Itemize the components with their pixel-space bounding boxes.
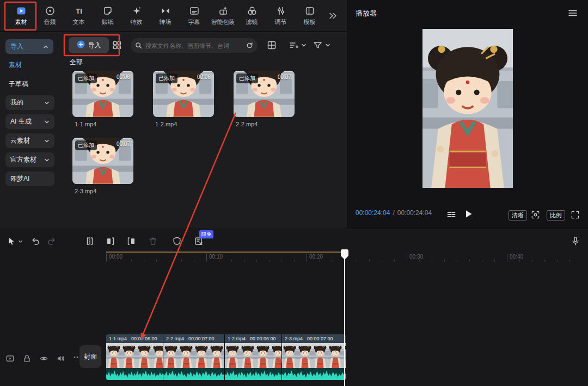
tab-template[interactable]: 模板 xyxy=(295,5,324,26)
mask-shield-icon[interactable] xyxy=(172,236,182,246)
tab-smart-pack[interactable]: 智能包装 xyxy=(209,5,237,26)
focus-frame-icon[interactable] xyxy=(531,210,540,219)
timeline-clip[interactable]: 1-2.mp4 00:00:06:00 xyxy=(225,334,282,380)
template-layout-icon xyxy=(304,5,315,16)
clip-filmstrip xyxy=(225,343,281,368)
ratio-button[interactable]: 比例 xyxy=(547,210,565,220)
media-card[interactable]: 已添加 00:06 1-2.mp4 xyxy=(153,71,214,127)
tab-adjust[interactable]: 调节 xyxy=(266,5,295,26)
timeline-clip[interactable]: 1-1.mp4 00:00:06:00 xyxy=(106,334,163,380)
clip-header: 1-2.mp4 00:00:06:00 xyxy=(225,334,281,343)
grid-view-icon[interactable] xyxy=(267,40,277,50)
sort-icon[interactable] xyxy=(289,40,306,50)
clip-waveform xyxy=(163,368,224,380)
limited-free-badge: 限免 xyxy=(199,230,213,238)
clip-filename: 2-2.mp4 xyxy=(234,121,295,127)
ruler-label: 00:30 xyxy=(407,254,423,260)
added-badge: 已添加 xyxy=(156,73,177,83)
clip-filename: 1-1.mp4 xyxy=(72,121,133,127)
eye-icon[interactable] xyxy=(39,354,48,363)
magic-star-icon xyxy=(131,5,142,16)
sidebar-item-jimeng[interactable]: 即梦AI xyxy=(5,171,54,186)
tab-label: 调节 xyxy=(275,18,287,26)
search-bar xyxy=(131,38,258,53)
section-all-label: 全部 xyxy=(70,58,83,67)
tab-media[interactable]: 素材 xyxy=(7,5,35,26)
refresh-icon[interactable] xyxy=(246,42,253,49)
select-tool-icon[interactable] xyxy=(7,236,16,248)
media-card[interactable]: 已添加 00:06 1-1.mp4 xyxy=(72,71,133,127)
clip-header: 2-2.mp4 00:00:07:00 xyxy=(163,334,224,343)
capcut-editor: { "tabs": [ {"label": "素材"}, {"label": "… xyxy=(0,0,588,386)
sidebar-item-ai-generate[interactable]: AI 生成 xyxy=(5,114,54,129)
tab-filter[interactable]: 滤镜 xyxy=(237,5,266,26)
media-card[interactable]: 已添加 00:07 2-2.mp4 xyxy=(234,71,295,127)
tab-label: 模板 xyxy=(304,18,316,26)
tab-audio[interactable]: 音频 xyxy=(35,5,64,26)
hamburger-menu-icon[interactable] xyxy=(568,9,578,17)
added-badge: 已添加 xyxy=(75,73,97,83)
chevron-down-icon xyxy=(44,119,50,125)
timeline-clip[interactable]: 2-3.mp4 00:00:07:00 xyxy=(282,334,346,380)
ruler-label: 00:10 xyxy=(206,254,223,260)
sliders-icon xyxy=(275,5,286,16)
import-button[interactable]: 导入 xyxy=(69,37,109,53)
split-icon[interactable] xyxy=(85,236,95,246)
tab-sticker[interactable]: 贴纸 xyxy=(93,5,122,26)
tab-label: 转场 xyxy=(160,18,171,26)
timeline-clip[interactable]: 2-2.mp4 00:00:07:00 xyxy=(163,334,225,380)
tab-effects[interactable]: 特效 xyxy=(122,5,151,26)
sidebar-item-mine[interactable]: 我的 xyxy=(5,95,54,110)
sidebar-item-label: 官方素材 xyxy=(10,155,36,164)
tab-text[interactable]: TI 文本 xyxy=(64,5,93,26)
cover-button[interactable]: 封面 xyxy=(79,345,101,368)
clip-duration: 00:07 xyxy=(278,74,291,80)
timeline-ruler[interactable]: 00:00 00:10 00:20 00:30 00:40 xyxy=(0,251,588,264)
clip-filmstrip xyxy=(106,343,163,368)
select-tool-chevron-icon[interactable] xyxy=(18,239,23,244)
media-thumbnail: 已添加 00:06 xyxy=(72,71,133,117)
sidebar-item-label: 我的 xyxy=(10,98,23,107)
media-thumbnail: 已添加 00:06 xyxy=(153,71,214,117)
lock-icon[interactable] xyxy=(22,354,32,363)
expand-panel-icon[interactable] xyxy=(327,10,338,21)
quality-button[interactable]: 清晰 xyxy=(509,210,527,220)
tab-transition[interactable]: 转场 xyxy=(151,5,180,26)
frame-list-icon[interactable] xyxy=(447,211,456,218)
undo-icon[interactable] xyxy=(30,236,40,246)
speaker-icon[interactable] xyxy=(56,354,65,363)
filter-funnel-icon[interactable] xyxy=(313,40,331,50)
sidebar-item-label: AI 生成 xyxy=(10,117,32,126)
sidebar-item-label: 即梦AI xyxy=(10,174,29,183)
tab-label: 智能包装 xyxy=(211,18,235,26)
sidebar-item-cloud[interactable]: 云素材 xyxy=(5,133,54,148)
sidebar-item-import[interactable]: 导入 xyxy=(5,39,53,54)
media-card[interactable]: 已添加 00:07 2-3.mp4 xyxy=(72,138,133,194)
tab-label: 文本 xyxy=(73,18,85,26)
search-input[interactable] xyxy=(145,42,243,49)
track-preview-icon[interactable] xyxy=(5,354,15,363)
sidebar-item-material[interactable]: 素材 xyxy=(9,60,22,70)
clip-filmstrip xyxy=(282,343,346,368)
video-preview[interactable] xyxy=(422,29,513,188)
ruler-label: 00:00 xyxy=(106,254,122,260)
clip-waveform xyxy=(106,368,163,380)
play-icon[interactable] xyxy=(465,210,473,220)
sidebar-item-official[interactable]: 官方素材 xyxy=(5,152,54,167)
playhead-line xyxy=(344,249,345,386)
plus-circle-icon xyxy=(77,40,85,50)
time-separator: / xyxy=(393,209,394,217)
delete-icon[interactable] xyxy=(148,236,158,246)
material-library-grid-icon[interactable] xyxy=(112,40,122,50)
trim-left-icon[interactable] xyxy=(106,236,115,246)
tab-captions[interactable]: 字幕 xyxy=(180,5,209,26)
redo-icon[interactable] xyxy=(47,236,57,246)
tab-label: 特效 xyxy=(131,18,143,26)
trim-right-icon[interactable] xyxy=(126,236,136,246)
tab-label: 贴纸 xyxy=(102,18,114,26)
microphone-icon[interactable] xyxy=(571,236,580,246)
fullscreen-icon[interactable] xyxy=(571,210,580,219)
clip-name: 1-2.mp4 xyxy=(228,336,246,341)
clip-filename: 1-2.mp4 xyxy=(153,121,214,127)
sidebar-item-subdraft[interactable]: 子草稿 xyxy=(9,79,28,89)
